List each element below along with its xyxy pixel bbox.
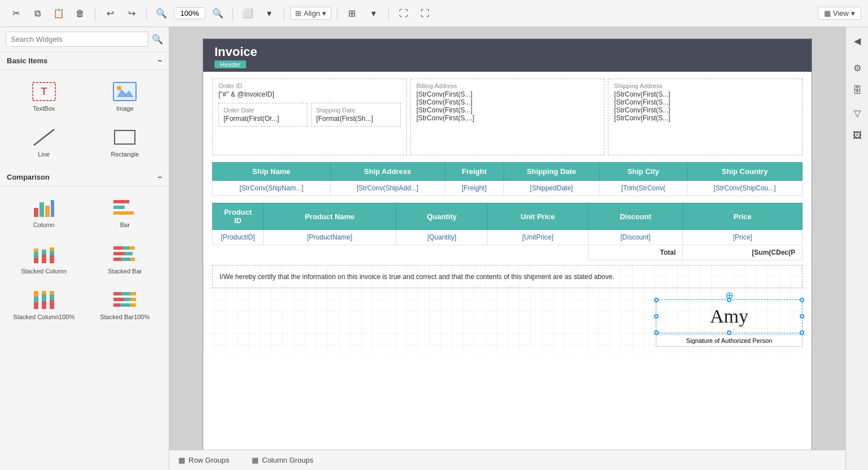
handle-r[interactable] xyxy=(800,314,804,319)
order-date-value: [Format(First(Or...] xyxy=(223,115,303,123)
handle-b[interactable] xyxy=(727,330,731,335)
comparison-header: Comparison − xyxy=(0,168,169,186)
price-cell: [Price] xyxy=(683,230,803,245)
data-icon[interactable]: 🗄 xyxy=(848,81,866,99)
signature-label: Signature of Authorized Person xyxy=(656,334,803,347)
svg-rect-32 xyxy=(34,291,38,297)
widget-stacked-column-100[interactable]: Stacked Column100% xyxy=(6,284,82,325)
frame-button[interactable]: ⬜ xyxy=(239,5,257,23)
undo-button[interactable]: ↩ xyxy=(101,5,119,23)
billing-line1: [StrConv(First(S...] xyxy=(417,90,599,98)
svg-rect-7 xyxy=(34,208,38,217)
delete-button[interactable]: 🗑 xyxy=(71,5,89,23)
snap-button[interactable]: ⊞ xyxy=(343,5,361,23)
view-label: View xyxy=(833,9,849,18)
widget-bar[interactable]: Bar xyxy=(87,192,164,233)
handle-tl[interactable] xyxy=(654,298,659,302)
zoom-in-button[interactable]: 🔍 xyxy=(209,5,227,23)
rectangle-icon xyxy=(111,126,138,149)
svg-point-4 xyxy=(117,86,121,90)
redo-button[interactable]: ↪ xyxy=(122,5,141,23)
svg-rect-15 xyxy=(34,252,38,258)
svg-rect-27 xyxy=(113,258,121,261)
column-label: Column xyxy=(33,221,55,229)
collapse-panel-button[interactable]: ◀ xyxy=(848,32,866,50)
widget-line[interactable]: Line xyxy=(6,121,82,163)
svg-rect-34 xyxy=(42,294,46,301)
product-id-header: Product ID xyxy=(213,203,264,230)
handle-tr[interactable] xyxy=(800,298,804,302)
shipping-date-header: Shipping Date xyxy=(503,163,599,181)
copy-button[interactable]: ⧉ xyxy=(28,5,46,23)
signature-box[interactable]: Amy xyxy=(656,299,803,333)
widget-rectangle[interactable]: Rectangle xyxy=(87,121,164,163)
comparison-widgets-grid: Column Bar xyxy=(6,192,163,325)
row-groups-tab[interactable]: ▦ Row Groups xyxy=(178,456,229,464)
products-table-wrapper: Product ID Product Name Quantity Unit Pr… xyxy=(203,201,812,265)
svg-rect-38 xyxy=(50,291,54,294)
quantity-cell: [Quantity] xyxy=(396,230,488,245)
report-canvas[interactable]: Invoice Header Order ID ["#" & @InvoiceI… xyxy=(203,38,812,450)
paste-button[interactable]: 📋 xyxy=(50,5,68,23)
search-button[interactable]: 🔍 xyxy=(152,34,163,45)
cut-button[interactable]: ✂ xyxy=(7,5,25,23)
ship-name-cell: [StrConv(ShipNam...] xyxy=(213,181,331,196)
unit-price-header: Unit Price xyxy=(488,203,588,230)
image-panel-icon[interactable]: 🖼 xyxy=(848,127,866,145)
shipping-line2: [StrConv(First(S...] xyxy=(614,98,796,106)
collapse-basic-icon[interactable]: − xyxy=(157,56,162,65)
shipping-address-label: Shipping Address xyxy=(614,82,796,89)
separator4 xyxy=(284,7,284,20)
column-groups-label: Column Groups xyxy=(262,456,313,464)
svg-text:T: T xyxy=(41,86,47,97)
align-dropdown[interactable]: ⊞ Align ▾ xyxy=(290,7,331,20)
move-icon[interactable]: ⊕ xyxy=(725,289,734,302)
frame-dropdown-button[interactable]: ▾ xyxy=(260,5,278,23)
handle-br[interactable] xyxy=(800,330,804,335)
svg-rect-16 xyxy=(34,249,38,252)
column-groups-tab[interactable]: ▦ Column Groups xyxy=(252,456,313,464)
zoom-out-button[interactable]: 🔍 xyxy=(152,5,170,23)
search-input[interactable] xyxy=(6,32,148,47)
widget-stacked-bar-100[interactable]: Stacked Bar100% xyxy=(87,284,164,325)
ship-address-header: Ship Address xyxy=(330,163,445,181)
widget-textbox[interactable]: T TextBox xyxy=(6,76,82,117)
svg-rect-42 xyxy=(113,298,124,301)
widget-stacked-bar[interactable]: Stacked Bar xyxy=(87,238,164,280)
line-label: Line xyxy=(38,151,50,158)
snap-dropdown[interactable]: ▾ xyxy=(365,5,383,23)
quantity-header: Quantity xyxy=(396,203,488,230)
svg-rect-35 xyxy=(42,291,46,294)
separator1 xyxy=(95,7,95,20)
ship-city-header: Ship City xyxy=(599,163,687,181)
expand-button[interactable]: ⛶ xyxy=(416,5,434,23)
filter-icon[interactable]: ▽ xyxy=(848,104,866,122)
widget-column[interactable]: Column xyxy=(6,192,82,233)
rectangle-label: Rectangle xyxy=(111,151,139,158)
product-id-cell: [ProductID] xyxy=(213,230,264,245)
widget-stacked-column[interactable]: Stacked Column xyxy=(6,238,82,280)
properties-icon[interactable]: ⚙ xyxy=(848,59,866,77)
billing-address-box: Billing Address [StrConv(First(S...] [St… xyxy=(410,79,605,155)
ship-table-row: [StrConv(ShipNam...] [StrConv(ShipAdd...… xyxy=(213,181,803,196)
svg-rect-18 xyxy=(42,250,46,254)
signature-container: ⊕ xyxy=(656,299,803,347)
products-table: Product ID Product Name Quantity Unit Pr… xyxy=(212,203,803,260)
align-chevron: ▾ xyxy=(322,9,326,18)
handle-bl[interactable] xyxy=(654,330,659,335)
handle-l[interactable] xyxy=(654,314,659,319)
view-button[interactable]: ▦ View ▾ xyxy=(818,7,861,20)
svg-rect-25 xyxy=(113,252,125,255)
svg-rect-45 xyxy=(113,303,120,307)
products-header-row: Product ID Product Name Quantity Unit Pr… xyxy=(213,203,803,230)
collapse-comparison-icon[interactable]: − xyxy=(157,173,162,181)
fit-button[interactable]: ⛶ xyxy=(394,5,413,23)
svg-rect-28 xyxy=(121,258,130,261)
widget-image[interactable]: Image xyxy=(87,76,164,117)
svg-rect-39 xyxy=(113,292,121,295)
shipping-date-box: Shipping Date [Format(First(Sh...] xyxy=(311,103,400,127)
align-icon: ⊞ xyxy=(295,9,301,18)
order-date-box: Order Date [Format(First(Or...] xyxy=(218,103,308,127)
svg-rect-22 xyxy=(113,246,122,250)
svg-rect-11 xyxy=(113,200,129,203)
